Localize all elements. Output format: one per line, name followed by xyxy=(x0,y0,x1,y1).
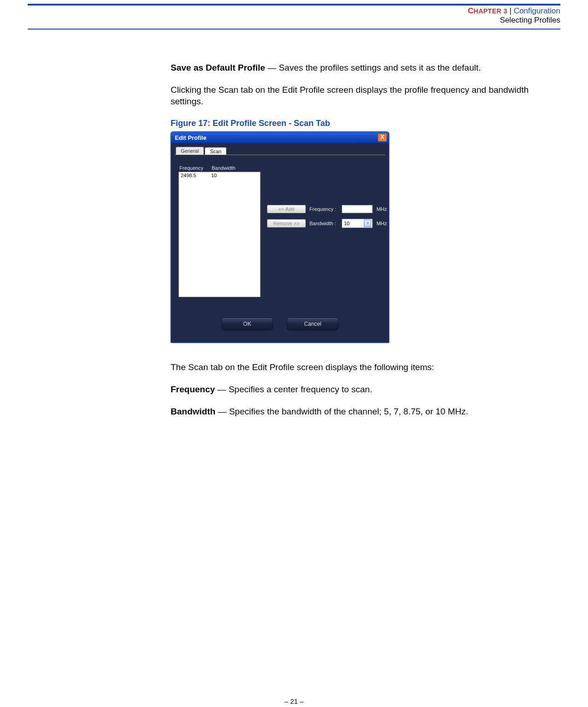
header-subtitle: Selecting Profiles xyxy=(28,16,560,25)
list-header-frequency: Frequency xyxy=(179,165,212,171)
bandwidth-unit: MHz xyxy=(376,221,387,226)
post-figure-para: The Scan tab on the Edit Profile screen … xyxy=(171,361,544,373)
dialog-footer: OK Cancel xyxy=(175,318,385,335)
frequency-term: Frequency xyxy=(171,384,215,394)
add-button[interactable]: << Add xyxy=(267,205,306,213)
figure-caption: Figure 17: Edit Profile Screen - Scan Ta… xyxy=(171,118,544,129)
tab-scan[interactable]: Scan xyxy=(205,147,226,155)
ok-button[interactable]: OK xyxy=(221,318,273,330)
bandwidth-para: Bandwidth — Specifies the bandwidth of t… xyxy=(171,406,544,418)
dialog-title: Edit Profile xyxy=(175,134,378,141)
cancel-button[interactable]: Cancel xyxy=(287,318,339,330)
frequency-unit: MHz xyxy=(376,206,387,212)
bandwidth-select-value: 10 xyxy=(344,221,350,226)
list-item[interactable]: 2498.5 10 xyxy=(179,172,260,179)
tab-general[interactable]: General xyxy=(176,147,204,155)
content-area: Save as Default Profile — Saves the prof… xyxy=(171,62,544,417)
scan-intro-para: Clicking the Scan tab on the Edit Profil… xyxy=(171,84,544,108)
dialog-body: General Scan Frequency Bandwidth 2498.5 … xyxy=(171,143,389,342)
dialog-titlebar: Edit Profile X xyxy=(171,132,389,143)
chapter-label-rest: HAPTER 3 xyxy=(474,7,507,15)
tabs-strip: General Scan xyxy=(176,147,385,155)
bandwidth-rest: — Specifies the bandwidth of the channel… xyxy=(215,407,468,416)
header-separator: | xyxy=(507,6,514,15)
mid-controls: << Add Frequency : MHz Remove >> Bandwid… xyxy=(267,205,387,234)
tab-pane-scan: Frequency Bandwidth 2498.5 10 << Add xyxy=(175,155,385,318)
close-icon[interactable]: X xyxy=(378,133,387,142)
scan-list[interactable]: 2498.5 10 xyxy=(178,172,261,297)
frequency-label: Frequency : xyxy=(309,206,338,212)
list-cell-bandwidth: 10 xyxy=(211,173,258,178)
bandwidth-term: Bandwidth xyxy=(171,407,215,416)
save-default-term: Save as Default Profile xyxy=(171,63,265,72)
save-default-rest: — Saves the profiles settings and sets i… xyxy=(265,63,481,72)
remove-button[interactable]: Remove >> xyxy=(267,219,306,228)
frequency-rest: — Specifies a center frequency to scan. xyxy=(215,384,372,394)
scan-list-area: Frequency Bandwidth 2498.5 10 xyxy=(178,165,261,297)
chapter-label-first: C xyxy=(468,6,473,15)
edit-profile-dialog: Edit Profile X General Scan Frequency Ba… xyxy=(171,132,389,343)
thin-rule xyxy=(28,29,560,30)
bandwidth-select[interactable]: 10 v xyxy=(342,219,373,228)
save-default-para: Save as Default Profile — Saves the prof… xyxy=(171,62,544,74)
frequency-para: Frequency — Specifies a center frequency… xyxy=(171,383,544,395)
header-section: Configuration xyxy=(514,6,560,15)
list-header-bandwidth: Bandwidth xyxy=(212,165,261,171)
page-number: – 21 – xyxy=(0,697,588,705)
list-cell-frequency: 2498.5 xyxy=(181,173,211,178)
bandwidth-label: Bandwidth : xyxy=(309,221,338,226)
frequency-input[interactable] xyxy=(342,205,373,213)
page-header: CHAPTER 3 | Configuration Selecting Prof… xyxy=(0,6,588,27)
chevron-down-icon[interactable]: v xyxy=(364,220,371,227)
